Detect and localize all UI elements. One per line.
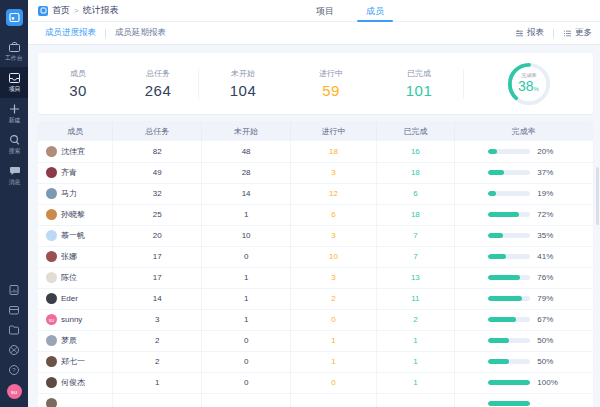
chart-toggle-icon (515, 29, 524, 38)
progress-bar (488, 170, 530, 175)
member-name: 沈佳宜 (61, 146, 85, 157)
progress-bar (488, 296, 530, 301)
in-progress-cell: 10 (291, 246, 377, 267)
member-cell[interactable]: 马力 (38, 188, 112, 199)
sidebar-item-projects[interactable]: 项目 (0, 67, 28, 98)
member-cell[interactable]: su sunny (38, 314, 112, 325)
report-view-button[interactable]: 报表 (515, 27, 544, 39)
more-button[interactable]: 更多 (563, 27, 592, 39)
stat-value: 104 (199, 82, 287, 99)
completed-cell: 1 (377, 330, 455, 351)
total-cell: 3 (113, 309, 202, 330)
sidebar-item-label: 消息 (8, 178, 20, 186)
main-area: 首页 > 统计报表 项目 成员 成员进度报表 成员延期报表 报表 (28, 0, 600, 407)
total-cell: 32 (113, 183, 202, 204)
table-row: 沈佳宜 82 48 18 16 20% (38, 141, 593, 162)
toolbar-actions: 报表 更多 (515, 27, 592, 39)
rate-label: 50% (537, 357, 559, 366)
report-icon[interactable] (8, 284, 20, 296)
sidebar-item-new[interactable]: 新建 (0, 98, 28, 129)
rate-label: 79% (537, 294, 559, 303)
stat-not-started: 未开始 104 (199, 68, 287, 99)
in-progress-cell: 2 (291, 288, 377, 309)
stat-group-2: 未开始 104 进行中 59 已完成 101 (199, 68, 463, 99)
home-app-icon (38, 6, 48, 16)
breadcrumb-separator: > (74, 6, 79, 15)
completion-gauge: 完成率 38% (464, 61, 593, 107)
completed-cell: 7 (377, 246, 455, 267)
tab-projects[interactable]: 项目 (313, 0, 337, 22)
breadcrumb-current: 统计报表 (83, 4, 119, 17)
not-started-cell: 48 (202, 141, 291, 162)
total-cell: 1 (113, 372, 202, 393)
completed-cell: 6 (377, 183, 455, 204)
rate-label: 37% (537, 168, 559, 177)
in-progress-cell: 6 (291, 204, 377, 225)
breadcrumb-home[interactable]: 首页 (52, 4, 70, 17)
app-logo-icon[interactable] (6, 9, 23, 26)
content: 成员 30 总任务 264 未开始 104 进行中 (28, 45, 600, 407)
total-cell: 20 (113, 225, 202, 246)
user-avatar[interactable]: su (7, 384, 22, 399)
member-avatar (46, 272, 57, 283)
progress-bar (488, 317, 530, 322)
member-avatar (46, 398, 57, 407)
completed-cell: 1 (377, 351, 455, 372)
total-cell: 25 (113, 204, 202, 225)
report-view-label: 报表 (527, 27, 544, 39)
member-cell[interactable]: 张娜 (38, 251, 112, 262)
scrollbar-thumb[interactable] (596, 167, 599, 225)
rate-label: 76% (537, 273, 559, 282)
member-avatar (46, 251, 57, 262)
tab-members[interactable]: 成员 (363, 0, 387, 22)
total-cell: 49 (113, 162, 202, 183)
member-cell[interactable] (38, 398, 112, 407)
sidebar-item-workbench[interactable]: 工作台 (0, 36, 28, 67)
sidebar-item-messages[interactable]: 消息 (0, 160, 28, 191)
progress-bar (488, 380, 530, 385)
member-avatar (46, 146, 57, 157)
help-icon[interactable]: ? (8, 364, 20, 376)
package-icon[interactable] (8, 344, 20, 356)
member-cell[interactable]: 陈位 (38, 272, 112, 283)
in-progress-cell: 0 (291, 372, 377, 393)
tab-member-delay-report[interactable]: 成员延期报表 (115, 27, 166, 39)
col-in-progress: 进行中 (291, 121, 377, 141)
member-avatar: su (46, 314, 57, 325)
member-cell[interactable]: 何俊杰 (38, 377, 112, 388)
list-icon (563, 29, 572, 38)
member-cell[interactable]: Eder (38, 293, 112, 304)
member-cell[interactable]: 齐青 (38, 167, 112, 178)
progress-bar (488, 212, 530, 217)
stat-value: 30 (38, 82, 118, 99)
in-progress-cell: 3 (291, 267, 377, 288)
not-started-cell: 0 (202, 351, 291, 372)
calendar-icon[interactable] (8, 304, 20, 316)
gauge-label: 完成率 (521, 72, 536, 80)
rate-cell: 19% (455, 189, 593, 198)
divider (553, 29, 554, 38)
tab-member-progress-report[interactable]: 成员进度报表 (45, 27, 96, 39)
member-cell[interactable]: 郑七一 (38, 356, 112, 367)
table-row: Eder 14 1 2 11 79% (38, 288, 593, 309)
sidebar-item-search[interactable]: 搜索 (0, 129, 28, 160)
in-progress-cell (291, 393, 377, 407)
member-cell[interactable]: 梦辰 (38, 335, 112, 346)
rate-cell (455, 401, 593, 406)
completed-cell: 7 (377, 225, 455, 246)
plus-icon (8, 103, 21, 115)
member-cell[interactable]: 孙晓黎 (38, 209, 112, 220)
total-cell: 14 (113, 288, 202, 309)
total-cell: 2 (113, 330, 202, 351)
rate-label: 35% (537, 231, 559, 240)
stat-label: 已完成 (375, 68, 463, 79)
member-name: 齐青 (61, 167, 77, 178)
progress-bar (488, 401, 530, 406)
folder-icon[interactable] (8, 324, 20, 336)
member-cell[interactable]: 慕一帆 (38, 230, 112, 241)
completed-cell (377, 393, 455, 407)
member-cell[interactable]: 沈佳宜 (38, 146, 112, 157)
search-icon (8, 134, 21, 146)
rate-cell: 50% (455, 336, 593, 345)
not-started-cell: 1 (202, 204, 291, 225)
